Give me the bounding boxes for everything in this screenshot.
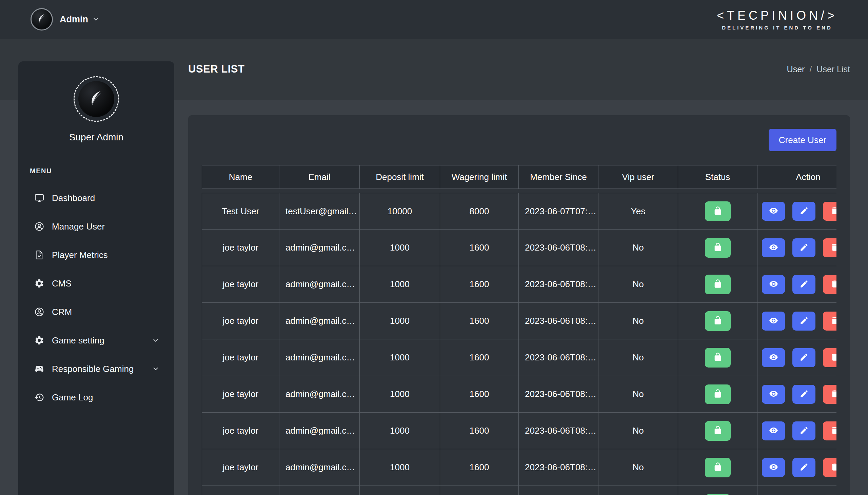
eye-icon — [769, 389, 778, 399]
trash-icon — [830, 426, 837, 436]
unlock-user-button[interactable] — [705, 275, 731, 294]
view-user-button[interactable] — [762, 311, 785, 330]
cell-name: joe taylor — [202, 449, 279, 486]
edit-user-button[interactable] — [793, 458, 815, 477]
monitor-icon — [34, 193, 45, 203]
file-chart-icon — [34, 250, 45, 260]
view-user-button[interactable] — [762, 238, 785, 257]
table-row: joe tayloradmin@gmail.c…100016002023-06-… — [202, 376, 836, 413]
delete-user-button[interactable] — [823, 458, 836, 477]
trash-icon — [830, 243, 837, 253]
cell-vip-user: Yes — [598, 193, 678, 229]
unlock-user-button[interactable] — [705, 421, 731, 441]
admin-dropdown[interactable]: Admin — [31, 8, 100, 31]
content-card: Create User NameEmailDeposit limitWageri… — [188, 115, 850, 495]
unlock-user-button[interactable] — [705, 311, 731, 331]
unlock-user-button[interactable] — [705, 238, 731, 258]
view-user-button[interactable] — [762, 458, 785, 477]
column-header-wagering-limit: Wagering limit — [440, 165, 519, 189]
column-header-deposit-limit: Deposit limit — [360, 165, 440, 189]
view-user-button[interactable] — [762, 348, 785, 367]
table-row: joe tayloradmin@gmail.c…100016002023-06-… — [202, 449, 836, 486]
cell-name: joe taylor — [202, 376, 279, 413]
user-table: NameEmailDeposit limitWagering limitMemb… — [202, 165, 836, 495]
top-navbar: Admin <TECPINION/> DELIVERING IT END TO … — [0, 0, 868, 39]
unlock-icon — [713, 279, 722, 290]
cell-email: admin@gmail.c… — [279, 266, 360, 303]
view-user-button[interactable] — [762, 202, 785, 221]
delete-user-button[interactable] — [823, 275, 836, 294]
unlock-user-button[interactable] — [705, 348, 731, 368]
trash-icon — [830, 279, 837, 290]
unlock-icon — [713, 352, 722, 363]
cell-action — [758, 413, 836, 449]
sidebar-item-label: Dashboard — [52, 193, 95, 203]
cell-status — [678, 229, 758, 266]
brand-logo: <TECPINION/> DELIVERING IT END TO END — [717, 8, 837, 31]
pencil-icon — [800, 316, 809, 326]
sidebar-item-crm[interactable]: CRM — [18, 298, 174, 326]
cell-name: joe taylor — [202, 303, 279, 339]
table-header-row: NameEmailDeposit limitWagering limitMemb… — [202, 165, 836, 189]
user-table-wrapper: NameEmailDeposit limitWagering limitMemb… — [202, 165, 836, 495]
admin-label: Admin — [60, 14, 88, 25]
delete-user-button[interactable] — [823, 348, 836, 367]
unlock-icon — [713, 206, 722, 217]
delete-user-button[interactable] — [823, 202, 836, 221]
cell-email: admin@gmail.c… — [279, 413, 360, 449]
unlock-user-button[interactable] — [705, 201, 731, 221]
pencil-icon — [800, 279, 809, 290]
history-icon — [34, 392, 45, 403]
unlock-user-button[interactable] — [705, 385, 731, 404]
edit-user-button[interactable] — [793, 348, 815, 367]
delete-user-button[interactable] — [823, 385, 836, 404]
edit-user-button[interactable] — [793, 238, 815, 257]
cell-member-since: 2023-06-06T08:… — [519, 413, 598, 449]
chevron-down-icon — [152, 337, 159, 344]
chevron-down-icon — [92, 16, 100, 23]
sidebar-item-manage-user[interactable]: Manage User — [18, 212, 174, 241]
cell-action — [758, 449, 836, 486]
cell-status — [678, 193, 758, 229]
unlock-user-button[interactable] — [705, 458, 731, 477]
pencil-icon — [800, 353, 809, 363]
gamepad-icon — [34, 364, 45, 374]
sidebar-item-player-metrics[interactable]: Player Metrics — [18, 241, 174, 269]
breadcrumb: User / User List — [787, 64, 850, 74]
delete-user-button[interactable] — [823, 422, 836, 440]
sidebar-item-game-log[interactable]: Game Log — [18, 383, 174, 412]
sidebar-item-label: Player Metrics — [52, 250, 108, 260]
pencil-icon — [800, 243, 809, 253]
sidebar-item-cms[interactable]: CMS — [18, 269, 174, 298]
view-user-button[interactable] — [762, 385, 785, 404]
sidebar-item-label: Responsible Gaming — [52, 364, 134, 374]
pencil-icon — [800, 389, 809, 399]
edit-user-button[interactable] — [793, 422, 815, 440]
edit-user-button[interactable] — [793, 311, 815, 330]
create-user-button[interactable]: Create User — [769, 129, 836, 151]
sidebar-item-label: Game setting — [52, 335, 104, 346]
trash-icon — [830, 462, 837, 473]
sidebar-item-game-setting[interactable]: Game setting — [18, 326, 174, 355]
trash-icon — [830, 353, 837, 363]
view-user-button[interactable] — [762, 422, 785, 440]
delete-user-button[interactable] — [823, 311, 836, 330]
cell-member-since: 2023-06-06T08:… — [519, 486, 598, 495]
view-user-button[interactable] — [762, 275, 785, 294]
edit-user-button[interactable] — [793, 275, 815, 294]
edit-user-button[interactable] — [793, 385, 815, 404]
edit-user-button[interactable] — [793, 202, 815, 221]
unlock-icon — [713, 426, 722, 436]
sidebar-item-dashboard[interactable]: Dashboard — [18, 184, 174, 212]
cell-deposit-limit: 1000 — [360, 229, 440, 266]
delete-user-button[interactable] — [823, 238, 836, 257]
eye-icon — [769, 243, 778, 253]
trash-icon — [830, 206, 837, 216]
cell-status — [678, 449, 758, 486]
cell-vip-user: No — [598, 229, 678, 266]
cell-status — [678, 413, 758, 449]
cell-deposit-limit: 1000 — [360, 376, 440, 413]
breadcrumb-parent[interactable]: User — [787, 64, 805, 74]
sidebar-item-label: Game Log — [52, 392, 93, 403]
sidebar-item-responsible-gaming[interactable]: Responsible Gaming — [18, 355, 174, 383]
